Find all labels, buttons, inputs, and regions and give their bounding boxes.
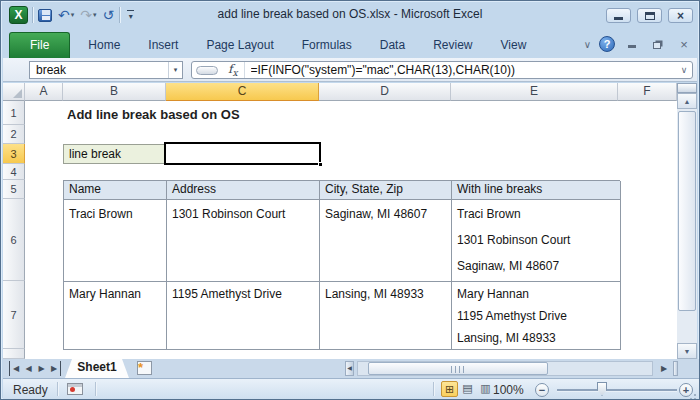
tab-formulas[interactable]: Formulas: [288, 33, 366, 58]
table-cell-with-breaks[interactable]: Traci Brown 1301 Robinson Court Saginaw,…: [452, 200, 621, 282]
vertical-scroll-thumb[interactable]: [678, 111, 696, 311]
selected-cell-c3[interactable]: [164, 142, 321, 165]
table-cell-city[interactable]: Saginaw, MI 48607: [320, 200, 452, 282]
scrollbar-resize-handle[interactable]: [673, 361, 678, 376]
select-all-icon: [13, 89, 22, 98]
line: 1301 Robinson Court: [457, 227, 620, 253]
column-header-b[interactable]: B: [63, 83, 166, 101]
divider: [57, 382, 58, 396]
restore-icon: [653, 42, 661, 49]
nav-first-icon: ◀: [13, 364, 19, 373]
insert-worksheet-button[interactable]: [137, 361, 152, 375]
expand-formula-bar-icon[interactable]: ∨: [676, 65, 692, 75]
data-table: Name Address City, State, Zip With line …: [63, 180, 620, 350]
row-headers: 1 2 3 4 5 6 7: [3, 101, 25, 359]
workbook-minimize-button[interactable]: [623, 37, 641, 51]
table-header-name[interactable]: Name: [64, 181, 167, 200]
nav-last-icon: ▶: [51, 364, 57, 373]
table-cell-name[interactable]: Mary Hannan: [64, 282, 167, 350]
cell-b3-label[interactable]: line break: [63, 144, 166, 164]
minimize-ribbon-icon[interactable]: ∨: [584, 39, 591, 50]
window-title: add line break based on OS.xlsx - Micros…: [3, 7, 697, 21]
table-cell-with-breaks[interactable]: Mary Hannan 1195 Amethyst Drive Lansing,…: [452, 282, 621, 350]
table-cell-city[interactable]: Lansing, MI 48933: [320, 282, 452, 350]
tab-review[interactable]: Review: [419, 33, 486, 58]
row-header-6[interactable]: 6: [3, 199, 25, 281]
column-header-e[interactable]: E: [451, 83, 618, 101]
scroll-down-button[interactable]: ▼: [677, 343, 697, 359]
line: 1195 Amethyst Drive: [457, 305, 620, 327]
name-box-dropdown[interactable]: ▾: [168, 62, 182, 78]
workbook-close-button[interactable]: ×: [675, 37, 693, 51]
table-cell-address[interactable]: 1195 Amethyst Drive: [167, 282, 320, 350]
zoom-level[interactable]: 100%: [493, 383, 524, 397]
maximize-button[interactable]: [637, 8, 662, 23]
zoom-slider-track[interactable]: [557, 389, 677, 391]
page-layout-view-button[interactable]: ▤: [459, 381, 476, 397]
table-cell-name[interactable]: Traci Brown: [64, 200, 167, 282]
column-header-c[interactable]: C: [166, 83, 319, 101]
column-header-d[interactable]: D: [319, 83, 451, 101]
row-header-7[interactable]: 7: [3, 281, 25, 349]
scroll-right-button[interactable]: ▶: [657, 361, 671, 376]
row-header-1[interactable]: 1: [3, 101, 25, 125]
select-all-button[interactable]: [3, 83, 25, 101]
help-button[interactable]: ?: [599, 36, 615, 52]
formula-input[interactable]: =IF(INFO("system")="mac",CHAR(13),CHAR(1…: [251, 63, 676, 77]
scroll-right-icon: ▶: [661, 364, 667, 373]
vertical-scrollbar[interactable]: ▲ ▼: [677, 83, 697, 359]
row-header-3[interactable]: 3: [3, 144, 25, 164]
sheet-tab-bar: ◀ ◀ ▶ ▶ Sheet1 ◀ ▶: [3, 359, 699, 378]
minimize-button[interactable]: [606, 8, 631, 23]
page-break-preview-button[interactable]: ▥: [477, 381, 494, 397]
table-cell-address[interactable]: 1301 Robinson Court: [167, 200, 320, 282]
tab-home[interactable]: Home: [74, 33, 134, 58]
sheet-tab-sheet1[interactable]: Sheet1: [65, 359, 129, 378]
insert-function-button[interactable]: fx: [228, 62, 238, 78]
table-header-city[interactable]: City, State, Zip: [320, 181, 452, 200]
previous-sheet-button[interactable]: ◀: [22, 361, 35, 376]
row-header-partial[interactable]: [3, 349, 25, 359]
scroll-up-icon: ▲: [684, 98, 691, 105]
tab-view[interactable]: View: [487, 33, 541, 58]
row-header-2[interactable]: 2: [3, 125, 25, 144]
column-header-f[interactable]: F: [618, 83, 677, 101]
line: Saginaw, MI 48607: [457, 253, 620, 279]
next-sheet-button[interactable]: ▶: [35, 361, 48, 376]
row-header-4[interactable]: 4: [3, 164, 25, 180]
fill-handle[interactable]: [318, 162, 323, 167]
column-header-a[interactable]: A: [25, 83, 63, 101]
table-header-address[interactable]: Address: [167, 181, 320, 200]
divider: [244, 62, 245, 78]
tab-file[interactable]: File: [9, 32, 70, 58]
workbook-restore-button[interactable]: [649, 37, 667, 51]
horizontal-scroll-thumb[interactable]: [368, 362, 548, 375]
cell-b1-title[interactable]: Add line break based on OS: [67, 107, 240, 122]
nav-prev-icon: ◀: [25, 364, 31, 373]
ribbon-right-controls: ∨ ? ×: [584, 36, 693, 52]
tab-data[interactable]: Data: [366, 33, 419, 58]
tab-page-layout[interactable]: Page Layout: [192, 33, 287, 58]
horizontal-scrollbar[interactable]: [357, 361, 653, 376]
first-sheet-button[interactable]: ◀: [9, 361, 22, 376]
zoom-out-icon: −: [539, 384, 545, 396]
zoom-slider-thumb[interactable]: [597, 382, 607, 396]
name-box[interactable]: break ▾: [29, 61, 183, 79]
page-break-icon: ▥: [480, 382, 490, 394]
normal-view-button[interactable]: ⊞: [441, 381, 458, 397]
resize-grip[interactable]: [694, 394, 696, 396]
row-header-5[interactable]: 5: [3, 180, 25, 199]
formula-bar-handle[interactable]: [196, 66, 218, 75]
tab-insert[interactable]: Insert: [134, 33, 192, 58]
zoom-in-button[interactable]: +: [679, 383, 693, 397]
table-header-with-line-breaks[interactable]: With line breaks: [452, 181, 621, 200]
tab-scroll-split[interactable]: ◀: [345, 361, 354, 376]
last-sheet-button[interactable]: ▶: [48, 361, 61, 376]
zoom-out-button[interactable]: −: [535, 383, 549, 397]
split-handle[interactable]: [677, 83, 697, 93]
close-button[interactable]: ×: [668, 8, 693, 23]
name-box-value[interactable]: break: [30, 62, 168, 78]
scroll-up-button[interactable]: ▲: [677, 93, 697, 109]
nav-next-icon: ▶: [38, 364, 44, 373]
record-macro-icon[interactable]: [67, 383, 83, 395]
